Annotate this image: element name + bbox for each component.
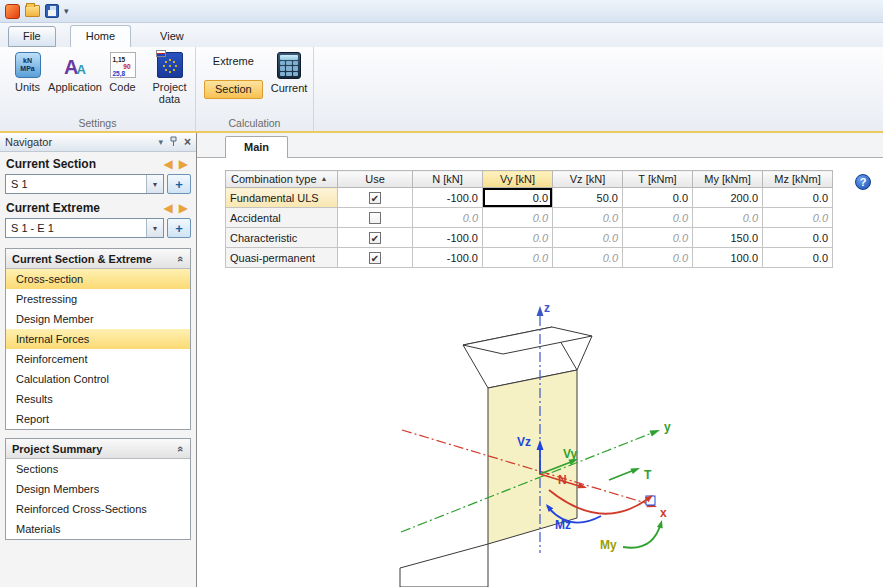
collapse-chevron-icon[interactable]: « [175,255,187,261]
vy-cell[interactable]: 0.0 [483,208,553,228]
close-icon[interactable]: × [184,135,191,149]
column-header-t[interactable]: T [kNm] [623,171,693,188]
mz-cell[interactable]: 0.0 [763,248,833,268]
column-header-vy[interactable]: Vy [kN] [483,171,553,188]
use-cell [338,208,413,228]
n-cell[interactable]: -100.0 [413,248,483,268]
n-cell[interactable]: 0.0 [413,208,483,228]
tab-file[interactable]: File [8,26,56,47]
units-button[interactable]: kN MPa Units [4,52,51,105]
vy-cell-selected[interactable]: 0.0 [483,188,553,208]
tab-view[interactable]: View [145,26,199,47]
member-lower-part [400,544,488,587]
use-checkbox[interactable]: ✔ [369,192,381,204]
combination-type-cell[interactable]: Accidental [226,208,338,228]
chevron-down-icon[interactable]: ▾ [146,175,163,193]
nav-item-calculation-control[interactable]: Calculation Control [6,369,190,389]
next-extreme-icon[interactable]: ▶ [176,201,191,215]
units-icon: kN MPa [15,52,41,78]
quick-access-dropdown-icon[interactable]: ▾ [64,6,69,16]
vz-cell[interactable]: 0.0 [553,248,623,268]
save-icon[interactable] [45,4,59,18]
group-header[interactable]: Project Summary « [6,439,190,459]
nav-item-reinforced-cross-sections[interactable]: Reinforced Cross-Sections [6,499,190,519]
column-header-use[interactable]: Use [338,171,413,188]
group-header[interactable]: Current Section & Extreme « [6,249,190,269]
mz-cell[interactable]: 0.0 [763,208,833,228]
nav-item-design-member[interactable]: Design Member [6,309,190,329]
column-header-combination-type[interactable]: Combination type▲ [226,171,338,188]
nav-item-internal-forces[interactable]: Internal Forces [6,329,190,349]
current-section-dropdown[interactable]: S 1 ▾ [5,174,164,194]
combination-type-cell[interactable]: Quasi-permanent [226,248,338,268]
add-section-button[interactable]: + [167,174,191,194]
vy-cell[interactable]: 0.0 [483,228,553,248]
app-icon[interactable] [5,4,20,19]
vz-cell[interactable]: 50.0 [553,188,623,208]
column-header-mz[interactable]: Mz [kNm] [763,171,833,188]
help-icon[interactable]: ? [855,174,871,190]
next-section-icon[interactable]: ▶ [176,157,191,171]
column-header-vz[interactable]: Vz [kN] [553,171,623,188]
collapse-chevron-icon[interactable]: « [175,445,187,451]
group-title: Project Summary [12,443,102,455]
open-icon[interactable] [25,5,40,17]
application-button[interactable]: A A Application [51,52,99,105]
my-cell[interactable]: 0.0 [693,208,763,228]
vy-cell[interactable]: 0.0 [483,248,553,268]
settings-group-label: Settings [0,117,195,129]
mz-cell[interactable]: 0.0 [763,188,833,208]
vz-cell[interactable]: 0.0 [553,228,623,248]
current-extreme-dropdown[interactable]: S 1 - E 1 ▾ [5,218,164,238]
t-cell[interactable]: 0.0 [623,188,693,208]
current-button[interactable]: Current [271,52,308,99]
nav-item-sections[interactable]: Sections [6,459,190,479]
tab-home[interactable]: Home [70,25,131,48]
combination-type-cell[interactable]: Fundamental ULS [226,188,338,208]
project-summary-box: Project Summary « Sections Design Member… [5,438,191,540]
use-checkbox[interactable]: ✔ [369,232,381,244]
column-header-n[interactable]: N [kN] [413,171,483,188]
tab-main[interactable]: Main [225,136,288,158]
y-axis-arrow [650,430,661,437]
vz-cell[interactable]: 0.0 [553,208,623,228]
t-cell[interactable]: 0.0 [623,208,693,228]
extreme-label: Extreme [211,52,256,67]
t-cell[interactable]: 0.0 [623,248,693,268]
check-icon: ✔ [370,193,380,204]
calculator-icon [277,52,301,79]
nav-item-cross-section[interactable]: Cross-section [6,269,190,289]
nav-item-report[interactable]: Report [6,409,190,429]
chevron-down-icon[interactable]: ▾ [146,219,163,237]
t-cell[interactable]: 0.0 [623,228,693,248]
t-label: T [644,468,652,482]
nav-item-prestressing[interactable]: Prestressing [6,289,190,309]
nav-item-design-members[interactable]: Design Members [6,479,190,499]
pin-icon[interactable] [169,136,178,149]
table-row-accidental: Accidental 0.0 0.0 0.0 0.0 0.0 0.0 [226,208,833,228]
mz-cell[interactable]: 0.0 [763,228,833,248]
panel-menu-icon[interactable]: ▾ [158,137,163,147]
mini-flag-icon [156,50,166,57]
nav-item-results[interactable]: Results [6,389,190,409]
my-cell[interactable]: 150.0 [693,228,763,248]
my-cell[interactable]: 100.0 [693,248,763,268]
prev-extreme-icon[interactable]: ◀ [161,201,176,215]
n-cell[interactable]: -100.0 [413,188,483,208]
project-data-button[interactable]: Project data [146,52,193,105]
main-tab-strip: Main [197,133,883,158]
units-button-label: Units [15,81,40,93]
prev-section-icon[interactable]: ◀ [161,157,176,171]
use-checkbox[interactable] [369,212,381,224]
nav-item-reinforcement[interactable]: Reinforcement [6,349,190,369]
combination-type-cell[interactable]: Characteristic [226,228,338,248]
my-cell[interactable]: 200.0 [693,188,763,208]
column-header-my[interactable]: My [kNm] [693,171,763,188]
use-checkbox[interactable]: ✔ [369,252,381,264]
n-cell[interactable]: -100.0 [413,228,483,248]
nav-item-materials[interactable]: Materials [6,519,190,539]
section-button[interactable]: Section [204,80,263,99]
my-label: My [600,538,617,552]
add-extreme-button[interactable]: + [167,218,191,238]
code-button[interactable]: 1,15 90 25,8 Code [99,52,146,105]
